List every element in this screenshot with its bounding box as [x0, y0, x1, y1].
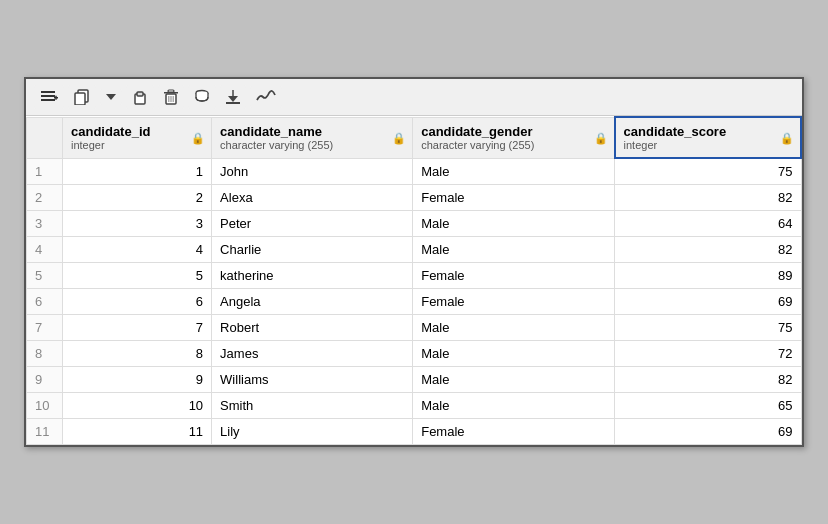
- cell-candidate-name[interactable]: Robert: [212, 315, 413, 341]
- cell-candidate-score[interactable]: 75: [615, 315, 801, 341]
- svg-rect-13: [168, 96, 170, 102]
- col-name-candidate-name: candidate_name: [220, 124, 322, 139]
- table-row[interactable]: 99WilliamsMale82: [27, 367, 802, 393]
- cell-candidate-name[interactable]: Peter: [212, 211, 413, 237]
- cell-candidate-gender[interactable]: Male: [413, 237, 615, 263]
- col-type-candidate-score: integer: [624, 139, 792, 151]
- table-row[interactable]: 1010SmithMale65: [27, 393, 802, 419]
- database-button[interactable]: [188, 85, 216, 109]
- cell-candidate-id[interactable]: 1: [63, 158, 212, 185]
- row-number: 8: [27, 341, 63, 367]
- svg-rect-17: [226, 102, 240, 104]
- cell-candidate-id[interactable]: 6: [63, 289, 212, 315]
- col-name-candidate-gender: candidate_gender: [421, 124, 532, 139]
- row-number: 7: [27, 315, 63, 341]
- chart-button[interactable]: [250, 86, 282, 108]
- cell-candidate-gender[interactable]: Female: [413, 185, 615, 211]
- col-header-candidate-id[interactable]: candidate_id integer 🔒: [63, 117, 212, 158]
- row-number: 5: [27, 263, 63, 289]
- row-number: 9: [27, 367, 63, 393]
- toolbar: [26, 79, 802, 116]
- cell-candidate-gender[interactable]: Male: [413, 211, 615, 237]
- row-number: 4: [27, 237, 63, 263]
- cell-candidate-id[interactable]: 7: [63, 315, 212, 341]
- row-number: 6: [27, 289, 63, 315]
- table-row[interactable]: 66AngelaFemale69: [27, 289, 802, 315]
- cell-candidate-score[interactable]: 64: [615, 211, 801, 237]
- cell-candidate-gender[interactable]: Male: [413, 158, 615, 185]
- rownum-header: [27, 117, 63, 158]
- row-number: 1: [27, 158, 63, 185]
- cell-candidate-score[interactable]: 75: [615, 158, 801, 185]
- svg-marker-7: [106, 94, 116, 100]
- copy-button[interactable]: [68, 85, 96, 109]
- cell-candidate-gender[interactable]: Male: [413, 341, 615, 367]
- cell-candidate-gender[interactable]: Female: [413, 263, 615, 289]
- table-row[interactable]: 1111LilyFemale69: [27, 419, 802, 445]
- dropdown-button[interactable]: [100, 89, 122, 105]
- col-name-candidate-id: candidate_id: [71, 124, 150, 139]
- svg-rect-0: [41, 91, 55, 93]
- cell-candidate-score[interactable]: 72: [615, 341, 801, 367]
- svg-marker-19: [228, 96, 238, 102]
- lock-icon-candidate-score: 🔒: [780, 131, 794, 144]
- cell-candidate-score[interactable]: 69: [615, 419, 801, 445]
- add-row-button[interactable]: [34, 85, 64, 109]
- col-type-candidate-gender: character varying (255): [421, 139, 605, 151]
- col-header-candidate-score[interactable]: candidate_score integer 🔒: [615, 117, 801, 158]
- table-row[interactable]: 88JamesMale72: [27, 341, 802, 367]
- cell-candidate-gender[interactable]: Male: [413, 367, 615, 393]
- paste-button[interactable]: [126, 85, 154, 109]
- cell-candidate-id[interactable]: 10: [63, 393, 212, 419]
- cell-candidate-name[interactable]: Smith: [212, 393, 413, 419]
- cell-candidate-gender[interactable]: Male: [413, 315, 615, 341]
- cell-candidate-name[interactable]: Williams: [212, 367, 413, 393]
- table-row[interactable]: 44CharlieMale82: [27, 237, 802, 263]
- delete-button[interactable]: [158, 85, 184, 109]
- cell-candidate-name[interactable]: Alexa: [212, 185, 413, 211]
- cell-candidate-id[interactable]: 3: [63, 211, 212, 237]
- table-row[interactable]: 77RobertMale75: [27, 315, 802, 341]
- download-button[interactable]: [220, 85, 246, 109]
- col-type-candidate-name: character varying (255): [220, 139, 404, 151]
- table-row[interactable]: 11JohnMale75: [27, 158, 802, 185]
- table-row[interactable]: 55katherineFemale89: [27, 263, 802, 289]
- lock-icon-candidate-id: 🔒: [191, 131, 205, 144]
- col-header-candidate-gender[interactable]: candidate_gender character varying (255)…: [413, 117, 615, 158]
- table-row[interactable]: 33PeterMale64: [27, 211, 802, 237]
- cell-candidate-score[interactable]: 82: [615, 367, 801, 393]
- row-number: 11: [27, 419, 63, 445]
- cell-candidate-score[interactable]: 82: [615, 185, 801, 211]
- table-row[interactable]: 22AlexaFemale82: [27, 185, 802, 211]
- cell-candidate-score[interactable]: 65: [615, 393, 801, 419]
- cell-candidate-score[interactable]: 89: [615, 263, 801, 289]
- cell-candidate-id[interactable]: 8: [63, 341, 212, 367]
- lock-icon-candidate-gender: 🔒: [594, 131, 608, 144]
- col-header-candidate-name[interactable]: candidate_name character varying (255) 🔒: [212, 117, 413, 158]
- cell-candidate-gender[interactable]: Female: [413, 289, 615, 315]
- cell-candidate-score[interactable]: 69: [615, 289, 801, 315]
- cell-candidate-name[interactable]: katherine: [212, 263, 413, 289]
- cell-candidate-id[interactable]: 11: [63, 419, 212, 445]
- cell-candidate-id[interactable]: 9: [63, 367, 212, 393]
- svg-rect-1: [41, 95, 55, 97]
- cell-candidate-id[interactable]: 2: [63, 185, 212, 211]
- cell-candidate-gender[interactable]: Female: [413, 419, 615, 445]
- cell-candidate-name[interactable]: Charlie: [212, 237, 413, 263]
- cell-candidate-score[interactable]: 82: [615, 237, 801, 263]
- svg-rect-15: [173, 96, 175, 102]
- data-table-container: candidate_id integer 🔒 candidate_name ch…: [26, 116, 802, 445]
- svg-rect-14: [170, 96, 172, 102]
- cell-candidate-gender[interactable]: Male: [413, 393, 615, 419]
- cell-candidate-name[interactable]: John: [212, 158, 413, 185]
- column-header-row: candidate_id integer 🔒 candidate_name ch…: [27, 117, 802, 158]
- col-name-candidate-score: candidate_score: [624, 124, 727, 139]
- cell-candidate-id[interactable]: 5: [63, 263, 212, 289]
- cell-candidate-name[interactable]: James: [212, 341, 413, 367]
- svg-rect-6: [75, 93, 85, 105]
- cell-candidate-id[interactable]: 4: [63, 237, 212, 263]
- svg-rect-9: [137, 92, 143, 96]
- cell-candidate-name[interactable]: Lily: [212, 419, 413, 445]
- col-type-candidate-id: integer: [71, 139, 203, 151]
- cell-candidate-name[interactable]: Angela: [212, 289, 413, 315]
